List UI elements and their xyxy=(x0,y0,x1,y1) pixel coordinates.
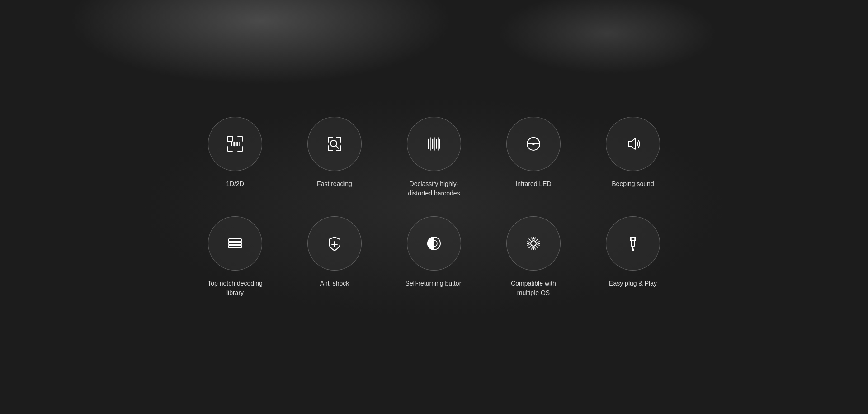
infrared-label: Infrared LED xyxy=(515,179,551,189)
scan-search-icon xyxy=(324,133,345,155)
svg-rect-0 xyxy=(228,137,232,141)
svg-rect-21 xyxy=(229,245,241,248)
shield-plus-icon xyxy=(324,233,345,254)
svg-point-26 xyxy=(531,241,536,246)
feature-self-returning: Self-returning button xyxy=(402,216,466,288)
plug-icon xyxy=(622,233,644,254)
feature-top-notch: Top notch decoding library xyxy=(203,216,267,298)
anti-shock-label: Anti shock xyxy=(320,279,349,288)
fast-reading-icon-circle xyxy=(307,117,362,171)
feature-fast-reading: Fast reading xyxy=(303,117,366,189)
feature-anti-shock: Anti shock xyxy=(303,216,366,288)
feature-declassify: Declassify highly-distorted barcodes xyxy=(402,117,466,198)
svg-line-8 xyxy=(336,146,339,148)
declassify-label: Declassify highly-distorted barcodes xyxy=(402,179,466,198)
1d2d-label: 1D/2D xyxy=(226,179,244,189)
1d2d-icon-circle xyxy=(208,117,262,171)
compatible-label: Compatible with multiple OS xyxy=(502,279,565,298)
beeping-label: Beeping sound xyxy=(612,179,654,189)
layers-icon xyxy=(224,233,246,254)
barlines-icon xyxy=(423,133,445,155)
feature-infrared: Infrared LED xyxy=(502,117,565,189)
fast-reading-label: Fast reading xyxy=(317,179,352,189)
declassify-icon-circle xyxy=(407,117,461,171)
infrared-icon xyxy=(523,133,544,155)
main-content: 1D/2D Fast reading xyxy=(0,0,868,414)
top-notch-label: Top notch decoding library xyxy=(203,279,267,298)
feature-row-1: 1D/2D Fast reading xyxy=(203,117,665,198)
anti-shock-icon-circle xyxy=(307,216,362,271)
self-returning-label: Self-returning button xyxy=(406,279,463,288)
contrast-icon xyxy=(423,233,445,254)
beeping-icon-circle xyxy=(606,117,660,171)
top-notch-icon-circle xyxy=(208,216,262,271)
feature-plug-play: Easy plug & Play xyxy=(601,216,665,288)
feature-compatible: Compatible with multiple OS xyxy=(502,216,565,298)
barcode-icon xyxy=(224,133,246,155)
svg-rect-20 xyxy=(229,242,241,245)
feature-row-2: Top notch decoding library Anti shock xyxy=(203,216,665,298)
svg-rect-27 xyxy=(630,237,636,241)
feature-beeping: Beeping sound xyxy=(601,117,665,189)
self-returning-icon-circle xyxy=(407,216,461,271)
plug-play-label: Easy plug & Play xyxy=(609,279,657,288)
svg-rect-19 xyxy=(229,239,241,242)
svg-rect-28 xyxy=(631,241,635,246)
svg-point-18 xyxy=(533,143,534,145)
compatible-icon-circle xyxy=(506,216,561,271)
settings-icon xyxy=(523,233,544,254)
infrared-icon-circle xyxy=(506,117,561,171)
plug-play-icon-circle xyxy=(606,216,660,271)
svg-point-30 xyxy=(632,249,634,251)
feature-1d2d: 1D/2D xyxy=(203,117,267,189)
speaker-icon xyxy=(622,133,644,155)
